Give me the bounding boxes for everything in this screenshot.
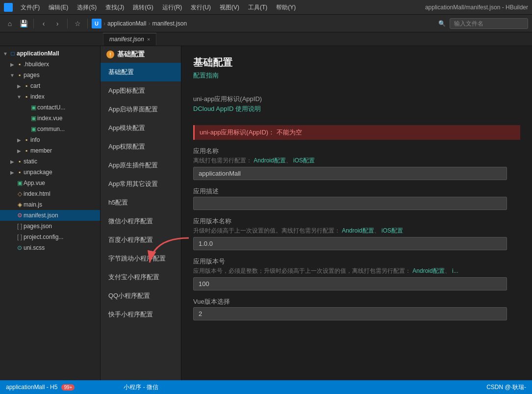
tree-item-index-vue[interactable]: ▶ ▣ index.vue	[0, 113, 100, 124]
menu-item-app-splash[interactable]: App启动界面配置	[101, 100, 181, 119]
tree-item-indexhtml[interactable]: ▶ ◇ index.html	[0, 188, 100, 199]
menu-item-app-permission[interactable]: App权限配置	[101, 137, 181, 156]
tree-item-static[interactable]: ▶ ▪ static	[0, 156, 100, 167]
menu-file[interactable]: 文件(F)	[17, 0, 44, 15]
version-num-sub-text: 应用版本号，必须是整数；升级时必须高于上一次设置的值，离线打包需另行配置：	[193, 267, 411, 274]
tree-item-appvue[interactable]: ▶ ▣ App.vue	[0, 178, 100, 188]
folder-icon: □	[9, 50, 17, 57]
appid-section-label: uni-app应用标识(AppID)	[193, 95, 520, 104]
vue-icon: ▣	[29, 126, 37, 132]
app-name-sub: 离线打包需另行配置： Android配置、 iOS配置	[193, 157, 520, 165]
menu-item-basic[interactable]: 基础配置	[101, 63, 181, 81]
tree-item-uniscss[interactable]: ▶ ⊙ uni.scss	[0, 242, 100, 253]
vue-icon: ▣	[16, 180, 24, 186]
tree-label: static	[24, 158, 37, 165]
version-name-input[interactable]	[193, 237, 507, 250]
android-ver-link[interactable]: Android配置	[342, 227, 374, 234]
tree-label: contactU...	[37, 104, 65, 111]
app-name-input[interactable]	[193, 167, 507, 180]
menu-item-baidu[interactable]: 百度小程序配置	[101, 231, 181, 249]
tab-close-btn[interactable]: ×	[147, 36, 150, 42]
tree-item-commun[interactable]: ▶ ▣ commun...	[0, 124, 100, 134]
vue-version-input[interactable]	[193, 307, 507, 320]
tree-label: manifest.json	[24, 212, 58, 219]
folder-icon: ▪	[23, 136, 30, 143]
tree-item-contact[interactable]: ▶ ▣ contactU...	[0, 102, 100, 113]
appid-error-msg: 不能为空	[277, 129, 302, 136]
menu-item-app-native-plugin[interactable]: App原生插件配置	[101, 156, 181, 175]
app-desc-input[interactable]	[193, 197, 507, 210]
menu-publish[interactable]: 发行(U)	[187, 0, 215, 15]
content-panel: 基础配置 配置指南 uni-app应用标识(AppID) DCloud AppI…	[181, 46, 532, 380]
tab-manifest[interactable]: manifest.json ×	[103, 33, 156, 46]
menu-select[interactable]: 选择(S)	[73, 0, 101, 15]
appid-link[interactable]: DCloud AppID 使用说明	[193, 105, 261, 113]
tree-item-index-folder[interactable]: ▼ ▪ index	[0, 91, 100, 102]
tree-label: project.config...	[24, 234, 63, 240]
breadcrumb-project[interactable]: applicationMall	[107, 20, 146, 27]
tree-item-hbuilderx[interactable]: ▶ ▪ .hbuilderx	[0, 59, 100, 70]
tree-item-manifest[interactable]: ▶ ⚙ manifest.json	[0, 210, 100, 221]
menu-item-h5[interactable]: h5配置	[101, 193, 181, 212]
menu-item-qq[interactable]: QQ小程序配置	[101, 287, 181, 305]
breadcrumb-file[interactable]: manifest.json	[152, 20, 187, 27]
version-num-input[interactable]	[193, 277, 507, 290]
tree-item-mainjs[interactable]: ▶ ◈ main.js	[0, 199, 100, 210]
forward-btn[interactable]: ›	[51, 18, 63, 29]
window-title: applicationMall/manifest.json - HBuilder	[425, 4, 528, 11]
menu-item-app-module[interactable]: App模块配置	[101, 119, 181, 137]
menu-item-alipay[interactable]: 支付宝小程序配置	[101, 268, 181, 287]
vue-icon: ▣	[29, 104, 37, 111]
notification-badge: 99+	[61, 384, 75, 391]
android-vernum-link[interactable]: Android配置	[412, 267, 444, 274]
tree-item-projectconfig[interactable]: ▶ [ ] project.config...	[0, 232, 100, 242]
menu-help[interactable]: 帮助(Y)	[272, 0, 300, 15]
version-name-label: 应用版本名称	[193, 217, 520, 226]
ios-config-link[interactable]: iOS配置	[293, 157, 315, 164]
menu-item-wechat[interactable]: 微信小程序配置	[101, 212, 181, 231]
menu-view[interactable]: 视图(V)	[216, 0, 243, 15]
menu-item-app-other[interactable]: App常用其它设置	[101, 175, 181, 193]
tree-item-pages[interactable]: ▼ ▪ pages	[0, 70, 100, 80]
android-config-link[interactable]: Android配置	[253, 157, 285, 164]
menu-item-kuaishou[interactable]: 快手小程序配置	[101, 305, 181, 324]
guide-link[interactable]: 配置指南	[193, 71, 219, 80]
u-icon: U	[92, 19, 101, 28]
save-btn[interactable]: 💾	[18, 18, 29, 29]
tree-label: index.html	[24, 190, 51, 197]
bookmark-btn[interactable]: ☆	[72, 18, 83, 29]
menu-find[interactable]: 查找(J)	[101, 0, 128, 15]
menu-item-app-icon[interactable]: App图标配置	[101, 81, 181, 100]
warning-icon: !	[106, 51, 114, 58]
menu-item-bytedance[interactable]: 字节跳动小程序配置	[101, 249, 181, 268]
menu-run[interactable]: 运行(R)	[158, 0, 186, 15]
file-search-input[interactable]	[450, 18, 528, 29]
folder-icon: ▪	[16, 158, 24, 165]
menu-edit[interactable]: 编辑(E)	[45, 0, 72, 15]
tree-item-info[interactable]: ▶ ▪ info	[0, 134, 100, 145]
expand-arrow: ▶	[9, 159, 16, 164]
expand-arrow: ▼	[2, 51, 9, 56]
breadcrumb-sep-1: ›	[103, 20, 105, 27]
tree-label: main.js	[24, 201, 42, 208]
tree-item-pagesjson[interactable]: ▶ [ ] pages.json	[0, 221, 100, 232]
back-btn[interactable]: ‹	[38, 18, 50, 29]
ios-vernum-partial: i...	[452, 267, 458, 274]
menu-tools[interactable]: 工具(T)	[244, 0, 271, 15]
tree-item-root[interactable]: ▼ □ applicationMall	[0, 48, 100, 59]
appid-error-label: uni-app应用标识(AppID)：	[200, 129, 275, 136]
menu-jump[interactable]: 跳转(G)	[129, 0, 157, 15]
tree-item-unpackage[interactable]: ▶ ▪ unpackage	[0, 167, 100, 178]
project-name: applicationMall - H5	[6, 384, 57, 391]
tree-item-member[interactable]: ▶ ▪ member	[0, 145, 100, 156]
tree-label: index.vue	[37, 115, 62, 122]
tree-item-cart[interactable]: ▶ ▪ cart	[0, 80, 100, 91]
home-btn[interactable]: ⌂	[4, 18, 16, 29]
folder-icon: ▪	[23, 82, 30, 89]
json-icon: ⚙	[16, 212, 24, 219]
app-logo	[4, 3, 13, 12]
file-tree-sidebar: ▼ □ applicationMall ▶ ▪ .hbuilderx ▼ ▪ p…	[0, 46, 101, 380]
expand-arrow: ▼	[16, 94, 23, 100]
ios-ver-link[interactable]: iOS配置	[381, 227, 403, 234]
statusbar-left: applicationMall - H5 99+	[6, 384, 75, 391]
